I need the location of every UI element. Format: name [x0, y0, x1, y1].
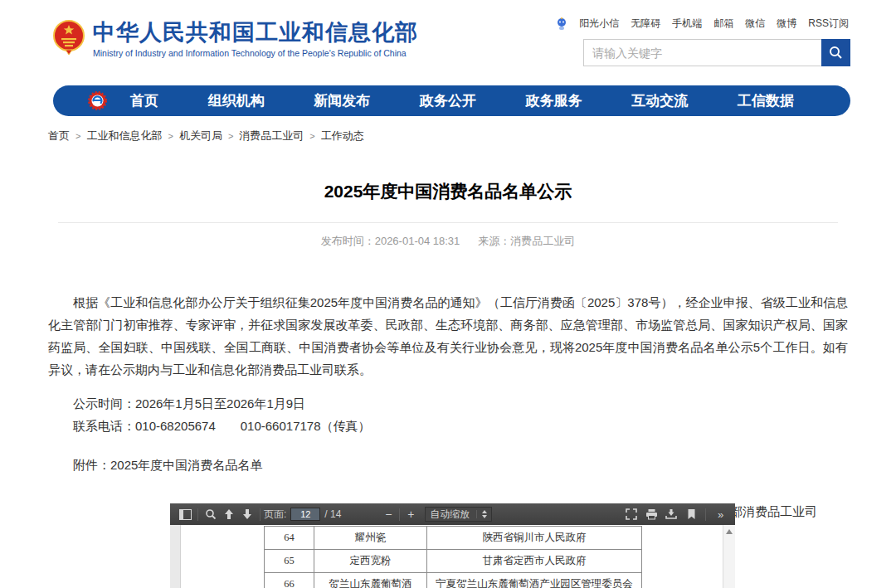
publish-time-label: 发布时间： [321, 235, 375, 247]
title-divider [58, 222, 838, 223]
nav-item[interactable]: 首页 [130, 91, 158, 110]
zoom-out-button[interactable]: − [381, 508, 396, 521]
source-label: 来源： [478, 235, 510, 247]
pdf-viewer: 页面: / 14 − + 自动缩放 [170, 503, 735, 588]
table-row: 66 贺兰山东麓葡萄酒 宁夏贺兰山东麓葡萄酒产业园区管理委员会 [264, 573, 642, 588]
page-number-input[interactable] [290, 508, 320, 521]
download-icon[interactable] [662, 506, 680, 522]
body-paragraph: 根据《工业和信息化部办公厅关于组织征集2025年度中国消费名品的通知》（工信厅消… [48, 291, 848, 381]
zoom-select-arrows-icon [476, 510, 487, 518]
national-emblem-icon [53, 18, 85, 60]
search-icon [829, 46, 843, 60]
contact-phone: 联系电话：010-68205674 010-66017178（传真） [48, 415, 848, 437]
header-link[interactable]: 手机端 [672, 17, 702, 31]
article-body: 根据《工业和信息化部办公厅关于组织征集2025年度中国消费名品的通知》（工信厅消… [48, 291, 848, 381]
attachment-link[interactable]: 2025年度中国消费名品名单 [110, 458, 262, 472]
table-row: 65 定西宽粉 甘肃省定西市人民政府 [264, 550, 642, 573]
nav-item[interactable]: 组织机构 [208, 91, 265, 110]
toolbar-separator [197, 508, 198, 521]
notice-period: 公示时间：2026年1月5日至2026年1月9日 [48, 392, 848, 415]
breadcrumb-item[interactable]: 工作动态 [304, 129, 363, 143]
nav-item[interactable]: 工信数据 [738, 91, 794, 110]
cell-number: 66 [264, 573, 314, 588]
search-button[interactable] [821, 39, 850, 66]
miit-gear-logo-icon [88, 91, 107, 110]
cell-government: 宁夏贺兰山东麓葡萄酒产业园区管理委员会 [426, 573, 642, 588]
article: 2025年度中国消费名品名单公示 发布时间：2026-01-04 18:31来源… [48, 172, 848, 540]
cell-government: 甘肃省定西市人民政府 [426, 550, 642, 572]
source-value: 消费品工业司 [510, 235, 575, 247]
pdf-toolbar: 页面: / 14 − + 自动缩放 [170, 503, 735, 525]
nav-item[interactable]: 互动交流 [631, 91, 688, 110]
header-link[interactable]: 阳光小信 [579, 17, 619, 31]
site-title: 中华人民共和国工业和信息化部 [93, 20, 418, 46]
zoom-controls: − + 自动缩放 [381, 507, 492, 522]
mascot-icon [556, 17, 567, 31]
breadcrumb: 首页 工业和信息化部 机关司局 消费品工业司 工作动态 [48, 129, 364, 143]
zoom-mode-value: 自动缩放 [430, 508, 470, 522]
page: 中华人民共和国工业和信息化部 Ministry of Industry and … [0, 0, 896, 588]
header-links: 阳光小信 无障碍 手机端 邮箱 微信 微博 RSS订阅 [556, 17, 849, 31]
cell-government: 陕西省铜川市人民政府 [426, 527, 642, 549]
header-link[interactable]: RSS订阅 [808, 17, 849, 31]
breadcrumb-item[interactable]: 消费品工业司 [222, 129, 304, 143]
article-meta: 发布时间：2026-01-04 18:31来源：消费品工业司 [48, 234, 848, 249]
cell-product-name: 耀州瓷 [314, 527, 426, 549]
pdf-table: 64 耀州瓷 陕西省铜川市人民政府 65 定西宽粉 甘肃省定西市人民政府 66 … [264, 526, 642, 588]
presentation-mode-icon[interactable] [622, 506, 640, 522]
site-logo[interactable]: 中华人民共和国工业和信息化部 Ministry of Industry and … [53, 18, 418, 60]
nav-items: 首页 组织机构 新闻发布 政务公开 政务服务 互动交流 工信数据 [130, 91, 819, 110]
toolbar-separator [705, 508, 706, 521]
cell-number: 64 [264, 527, 314, 549]
attachment-label: 附件： [73, 458, 110, 472]
site-title-block: 中华人民共和国工业和信息化部 Ministry of Industry and … [93, 20, 418, 57]
main-nav: 首页 组织机构 新闻发布 政务公开 政务服务 互动交流 工信数据 [53, 85, 850, 116]
header-link[interactable]: 无障碍 [631, 17, 660, 31]
zoom-in-button[interactable]: + [403, 508, 418, 521]
nav-item[interactable]: 政务服务 [526, 91, 582, 110]
nav-item[interactable]: 新闻发布 [314, 91, 370, 110]
pdf-content: 64 耀州瓷 陕西省铜川市人民政府 65 定西宽粉 甘肃省定西市人民政府 66 … [170, 525, 735, 588]
site-subtitle: Ministry of Industry and Information Tec… [93, 48, 418, 58]
page-up-icon[interactable] [220, 506, 238, 522]
page-total: / 14 [324, 508, 341, 520]
zoom-select[interactable]: 自动缩放 [425, 507, 492, 522]
table-row: 64 耀州瓷 陕西省铜川市人民政府 [264, 527, 642, 550]
find-icon[interactable] [202, 506, 220, 522]
cell-number: 65 [264, 550, 314, 572]
sidebar-toggle-icon[interactable] [176, 506, 194, 522]
page-title: 2025年度中国消费名品名单公示 [48, 180, 848, 203]
cell-product-name: 定西宽粉 [314, 550, 426, 572]
cell-product-name: 贺兰山东麓葡萄酒 [314, 573, 426, 588]
pdf-page-edge [170, 525, 181, 588]
page-down-icon[interactable] [238, 506, 256, 522]
breadcrumb-item[interactable]: 首页 [48, 129, 70, 143]
publish-time: 2026-01-04 18:31 [375, 235, 460, 247]
print-icon[interactable] [642, 506, 660, 522]
header-link[interactable]: 微信 [745, 17, 765, 31]
header-link[interactable]: 邮箱 [713, 17, 733, 31]
search-input[interactable] [583, 39, 821, 66]
page-label: 页面: [264, 508, 286, 522]
more-tools-button[interactable]: » [711, 506, 729, 522]
pdf-scrollbar[interactable] [723, 525, 735, 588]
contact-info: 公示时间：2026年1月5日至2026年1月9日 联系电话：010-682056… [48, 392, 848, 437]
toolbar-separator [399, 508, 400, 521]
nav-item[interactable]: 政务公开 [420, 91, 476, 110]
attachment-line: 附件：2025年度中国消费名品名单 [48, 454, 848, 476]
search-bar [583, 39, 850, 66]
scroll-up-icon [726, 529, 733, 534]
toolbar-right-group: » [622, 506, 729, 522]
bookmark-icon[interactable] [682, 506, 700, 522]
breadcrumb-item[interactable]: 机关司局 [162, 129, 222, 143]
header-link[interactable]: 微博 [777, 17, 796, 31]
breadcrumb-item[interactable]: 工业和信息化部 [70, 129, 162, 143]
toolbar-separator [260, 508, 261, 521]
